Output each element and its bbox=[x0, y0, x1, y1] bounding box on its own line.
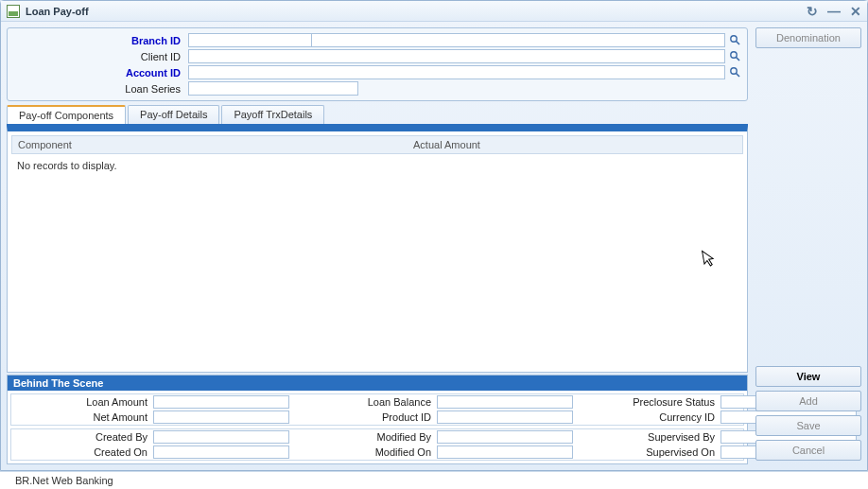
svg-line-1 bbox=[736, 42, 739, 45]
save-button[interactable]: Save bbox=[755, 415, 861, 436]
app-icon bbox=[7, 5, 20, 18]
account-id-input[interactable] bbox=[188, 65, 725, 79]
modified-by-label: Modified By bbox=[295, 431, 437, 443]
account-id-label: Account ID bbox=[13, 67, 188, 79]
svg-point-0 bbox=[730, 36, 736, 42]
branch-id-name-input[interactable] bbox=[311, 33, 725, 47]
product-id-input[interactable] bbox=[437, 410, 573, 424]
cancel-button[interactable]: Cancel bbox=[755, 440, 861, 461]
denomination-button[interactable]: Denomination bbox=[755, 27, 861, 48]
created-by-label: Created By bbox=[11, 431, 153, 443]
col-actual-amount: Actual Amount bbox=[413, 139, 737, 150]
client-id-lookup-icon[interactable] bbox=[728, 50, 741, 63]
branch-id-code-input[interactable] bbox=[188, 33, 311, 47]
net-amount-label: Net Amount bbox=[11, 411, 153, 423]
footer-text: BR.Net Web Banking bbox=[15, 475, 113, 486]
modified-on-input[interactable] bbox=[437, 445, 573, 459]
minimize-icon[interactable]: — bbox=[827, 5, 841, 18]
branch-id-label: Branch ID bbox=[13, 35, 188, 46]
modified-on-label: Modified On bbox=[295, 446, 437, 458]
product-id-label: Product ID bbox=[295, 411, 437, 423]
behind-the-scene-panel: Behind The Scene Loan Amount Loan Balanc… bbox=[7, 375, 748, 464]
tab-payoff-components[interactable]: Pay-off Components bbox=[7, 105, 126, 124]
svg-line-3 bbox=[736, 58, 739, 61]
window-frame: Loan Pay-off ↻ — ✕ Branch ID bbox=[0, 0, 868, 471]
loan-series-label: Loan Series bbox=[13, 83, 188, 95]
titlebar-controls: ↻ — ✕ bbox=[807, 5, 861, 18]
client-id-input[interactable] bbox=[188, 49, 725, 63]
loan-series-input[interactable] bbox=[188, 81, 358, 96]
tab-payoff-details[interactable]: Pay-off Details bbox=[128, 105, 219, 124]
account-id-lookup-icon[interactable] bbox=[728, 66, 741, 79]
svg-point-4 bbox=[730, 68, 736, 74]
loan-balance-input[interactable] bbox=[437, 395, 573, 409]
behind-the-scene-title: Behind The Scene bbox=[8, 375, 747, 391]
svg-point-2 bbox=[730, 52, 736, 58]
header-form: Branch ID Client ID bbox=[7, 27, 748, 101]
titlebar: Loan Pay-off ↻ — ✕ bbox=[1, 1, 867, 22]
net-amount-input[interactable] bbox=[153, 410, 289, 424]
footer: BR.Net Web Banking bbox=[0, 471, 868, 489]
preclosure-status-label: Preclosure Status bbox=[579, 396, 720, 408]
window-title: Loan Pay-off bbox=[26, 6, 807, 17]
loan-amount-label: Loan Amount bbox=[11, 396, 153, 408]
created-on-label: Created On bbox=[11, 446, 153, 458]
loan-balance-label: Loan Balance bbox=[295, 396, 437, 408]
refresh-icon[interactable]: ↻ bbox=[807, 5, 818, 18]
branch-id-lookup-icon[interactable] bbox=[728, 34, 741, 47]
modified-by-input[interactable] bbox=[437, 430, 573, 444]
tab-payoff-trxdetails[interactable]: Payoff TrxDetails bbox=[221, 105, 324, 124]
client-id-label: Client ID bbox=[13, 51, 188, 62]
grid-empty-text: No records to display. bbox=[17, 160, 117, 171]
add-button[interactable]: Add bbox=[755, 391, 861, 411]
svg-line-5 bbox=[736, 74, 739, 78]
cursor-icon bbox=[701, 248, 718, 269]
supervised-on-label: Supervised On bbox=[579, 446, 720, 458]
close-icon[interactable]: ✕ bbox=[850, 5, 861, 18]
view-button[interactable]: View bbox=[755, 366, 861, 387]
created-by-input[interactable] bbox=[153, 430, 289, 444]
currency-id-label: Currency ID bbox=[579, 411, 720, 423]
loan-amount-input[interactable] bbox=[153, 395, 289, 409]
supervised-by-label: Supervised By bbox=[579, 431, 720, 443]
tabstrip: Pay-off Components Pay-off Details Payof… bbox=[7, 105, 748, 126]
grid-header: Component Actual Amount bbox=[11, 135, 743, 154]
components-grid: Component Actual Amount No records to di… bbox=[7, 126, 748, 373]
created-on-input[interactable] bbox=[153, 445, 289, 459]
col-component: Component bbox=[18, 139, 413, 150]
grid-body: No records to display. bbox=[11, 154, 743, 368]
